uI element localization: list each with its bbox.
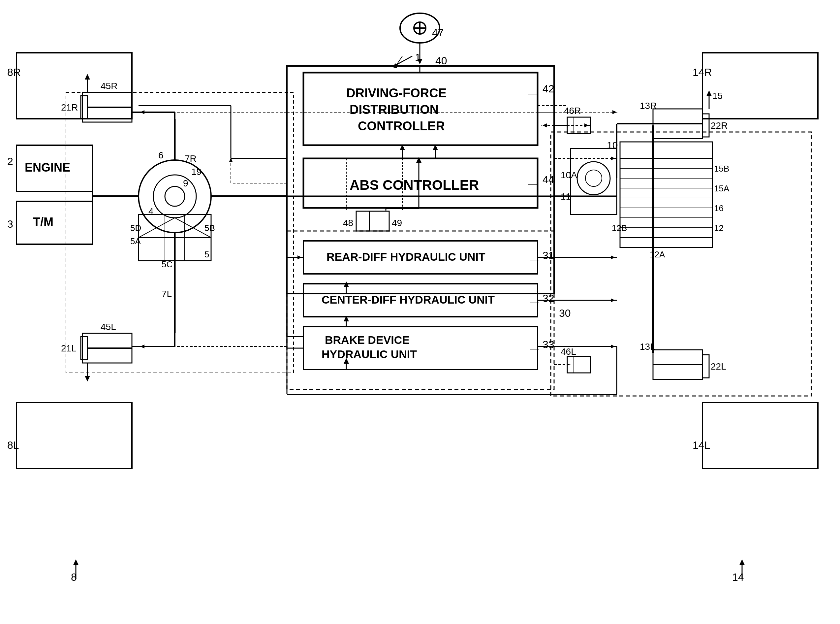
label-5C: 5C [162,259,173,269]
label-46R: 46R [564,106,581,116]
label-21L: 21L [61,343,77,354]
label-44: 44 [543,174,554,185]
driving-force-label-1: DRIVING-FORCE [346,86,447,100]
label-10A: 10A [561,170,577,180]
label-6: 6 [158,150,163,161]
label-14L: 14L [693,439,710,451]
label-3: 3 [7,218,13,230]
label-45L: 45L [100,322,116,332]
label-48: 48 [343,218,353,228]
tm-label: T/M [33,215,54,229]
label-40: 40 [435,55,447,66]
label-45R: 45R [100,81,117,91]
label-47: 47 [432,27,444,39]
label-46L: 46L [561,346,576,357]
label-7R: 7R [185,153,197,164]
label-1: 1 [415,51,421,63]
label-16: 16 [714,203,724,213]
rear-diff-label: REAR-DIFF HYDRAULIC UNIT [327,250,486,263]
label-8L: 8L [7,439,19,451]
label-22L: 22L [711,361,726,372]
label-5B: 5B [205,223,215,233]
label-9: 9 [183,178,188,188]
label-14R: 14R [693,66,712,78]
label-5: 5 [205,249,209,259]
label-30: 30 [559,307,571,319]
label-49: 49 [392,218,402,228]
label-19: 19 [191,167,202,177]
label-12: 12 [714,223,724,233]
label-8R: 8R [7,66,21,78]
label-4: 4 [148,206,154,216]
label-15B: 15B [714,164,729,174]
label-2: 2 [7,155,13,167]
label-22R: 22R [711,120,727,131]
diagram-container: 47 1 40 DRIVING-FORCE DISTRIBUTION CONTR… [0,0,840,624]
label-15: 15 [712,91,723,101]
label-15A: 15A [714,184,729,193]
brake-device-label-2: HYDRAULIC UNIT [322,348,417,360]
center-diff-label: CENTER-DIFF HYDRAULIC UNIT [322,293,495,306]
engine-label: ENGINE [25,161,70,174]
driving-force-label-2: DISTRIBUTION [350,103,439,116]
label-12B: 12B [612,223,627,233]
label-31: 31 [543,249,554,261]
label-5A: 5A [130,236,141,246]
main-diagram-svg: 47 1 40 DRIVING-FORCE DISTRIBUTION CONTR… [0,0,840,624]
label-42: 42 [543,83,554,95]
label-5D: 5D [130,223,141,233]
label-7L: 7L [162,289,172,299]
driving-force-label-3: CONTROLLER [358,119,445,133]
brake-device-label-1: BRAKE DEVICE [325,334,410,346]
label-33: 33 [543,338,554,351]
label-32: 32 [543,292,554,304]
label-21R: 21R [61,102,78,113]
abs-controller-label: ABS CONTROLLER [350,177,479,193]
label-13R: 13R [640,100,657,111]
